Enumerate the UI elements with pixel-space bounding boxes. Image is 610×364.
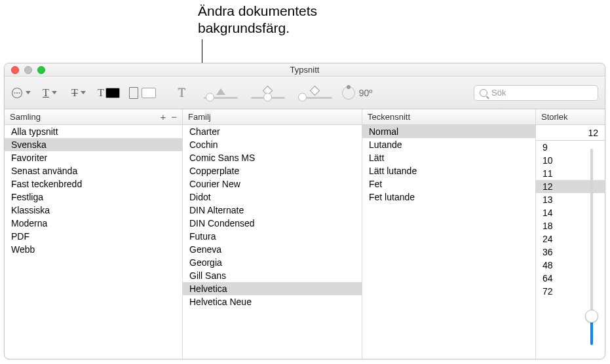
collection-item[interactable]: Alla typsnitt: [5, 125, 182, 138]
typeface-list[interactable]: NormalLutandeLättLätt lutandeFetFet luta…: [362, 125, 535, 359]
collection-item[interactable]: Favoriter: [5, 151, 182, 164]
titlebar: Typsnitt: [5, 64, 605, 77]
close-button[interactable]: [11, 66, 19, 74]
slider-thumb[interactable]: [206, 93, 214, 101]
collection-header: Samling + −: [5, 109, 182, 125]
slider-thumb[interactable]: [298, 93, 307, 101]
size-column: Storlek 12 91011121314182436486472: [536, 109, 605, 359]
family-item[interactable]: Charter: [183, 125, 362, 138]
fonts-window: Typsnitt T T T T: [4, 63, 605, 359]
search-icon: [480, 89, 487, 97]
family-list[interactable]: CharterCochinComic Sans MSCopperplateCou…: [183, 125, 362, 359]
search-placeholder: Sök: [491, 88, 506, 98]
collection-item[interactable]: Senast använda: [5, 164, 182, 177]
family-item[interactable]: Copperplate: [183, 164, 362, 177]
family-item[interactable]: Geneva: [183, 243, 362, 256]
family-item[interactable]: Comic Sans MS: [183, 151, 362, 164]
typeface-column: Teckensnitt NormalLutandeLättLätt lutand…: [362, 109, 536, 359]
family-item[interactable]: Courier New: [183, 177, 362, 191]
typeface-item[interactable]: Lätt: [362, 151, 535, 164]
angle-value: 90º: [359, 88, 373, 98]
collection-item[interactable]: Moderna: [5, 217, 182, 230]
typeface-item[interactable]: Fet lutande: [362, 191, 535, 204]
collection-item[interactable]: Svenska: [5, 138, 182, 151]
window-title: Typsnitt: [290, 65, 320, 75]
family-item[interactable]: Helvetica: [183, 282, 362, 295]
family-item[interactable]: DIN Alternate: [183, 204, 362, 217]
slider-track: [590, 149, 593, 345]
underline-menu-button[interactable]: T: [40, 84, 60, 101]
callout-line1: Ändra dokumentets: [198, 3, 317, 18]
size-header: Storlek: [536, 109, 605, 125]
size-header-label: Storlek: [541, 112, 567, 122]
family-item[interactable]: Futura: [183, 230, 362, 243]
shadow-blur-slider[interactable]: [250, 87, 286, 99]
shadow-angle-control[interactable]: 90º: [342, 86, 373, 100]
remove-collection-button[interactable]: −: [171, 111, 177, 122]
svg-point-2: [16, 92, 18, 94]
underline-icon: T: [43, 87, 49, 99]
text-color-swatch: [105, 88, 120, 98]
slider-thumb[interactable]: [585, 310, 598, 323]
chevron-down-icon: [52, 91, 57, 94]
typeface-item[interactable]: Fet: [362, 177, 535, 191]
minimize-button[interactable]: [24, 66, 32, 74]
background-color-swatch: [142, 88, 156, 98]
typeface-item[interactable]: Normal: [362, 125, 535, 138]
collection-item[interactable]: PDF: [5, 230, 182, 243]
collection-item[interactable]: Fast teckenbredd: [5, 177, 182, 191]
slider-track: [298, 97, 332, 99]
typeface-header-label: Teckensnitt: [368, 112, 410, 122]
slider-fill: [590, 319, 593, 345]
family-header-label: Familj: [188, 112, 211, 122]
shadow-offset-slider[interactable]: [297, 87, 333, 99]
search-input[interactable]: Sök: [474, 85, 598, 101]
shadow-sliders: [203, 87, 333, 99]
slider-thumb[interactable]: [263, 93, 272, 101]
collection-item[interactable]: Klassiska: [5, 204, 182, 217]
text-color-icon: T: [98, 87, 104, 99]
strikethrough-menu-button[interactable]: T: [69, 84, 88, 101]
family-item[interactable]: DIN Condensed: [183, 217, 362, 230]
shadow-text-icon: T: [178, 86, 185, 100]
callout-line2: bakgrundsfärg.: [198, 20, 290, 35]
typeface-item[interactable]: Lutande: [362, 138, 535, 151]
chevron-down-icon: [81, 91, 86, 94]
page-icon: [129, 87, 138, 99]
square-marker-icon: [310, 85, 320, 96]
text-shadow-button[interactable]: T: [172, 84, 191, 101]
family-item[interactable]: Helvetica Neue: [183, 295, 362, 308]
window-controls: [11, 66, 45, 74]
triangle-marker-icon: [216, 88, 225, 95]
family-item[interactable]: Georgia: [183, 256, 362, 269]
size-input[interactable]: 12: [536, 125, 605, 141]
text-color-button[interactable]: T: [98, 84, 120, 101]
angle-dial-icon: [342, 86, 355, 100]
slider-track: [251, 97, 285, 99]
typeface-header: Teckensnitt: [362, 109, 535, 125]
svg-point-3: [19, 92, 20, 94]
collection-item[interactable]: Festliga: [5, 191, 182, 204]
collection-list[interactable]: Alla typsnittSvenskaFavoriterSenast anvä…: [5, 125, 182, 359]
family-header: Familj: [183, 109, 362, 125]
actions-menu-button[interactable]: [11, 84, 31, 101]
slider-track: [204, 97, 238, 99]
family-item[interactable]: Cochin: [183, 138, 362, 151]
collection-column: Samling + − Alla typsnittSvenskaFavorite…: [5, 109, 183, 359]
collection-item[interactable]: Webb: [5, 243, 182, 256]
maximize-button[interactable]: [37, 66, 45, 74]
family-item[interactable]: Gill Sans: [183, 269, 362, 282]
size-value: 12: [588, 128, 598, 138]
shadow-opacity-slider[interactable]: [203, 88, 238, 99]
document-background-color-button[interactable]: [129, 84, 156, 101]
font-columns: Samling + − Alla typsnittSvenskaFavorite…: [5, 109, 605, 359]
chevron-down-icon: [26, 91, 31, 94]
strikethrough-icon: T: [71, 87, 78, 99]
typeface-item[interactable]: Lätt lutande: [362, 164, 535, 177]
size-slider[interactable]: [585, 149, 598, 345]
svg-point-1: [14, 92, 16, 94]
add-collection-button[interactable]: +: [160, 111, 166, 122]
collection-header-label: Samling: [10, 112, 41, 122]
family-item[interactable]: Didot: [183, 191, 362, 204]
ellipsis-circle-icon: [11, 87, 23, 99]
